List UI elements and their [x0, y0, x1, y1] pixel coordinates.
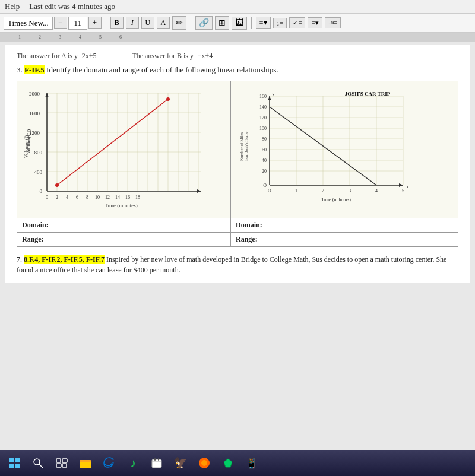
left-graph-svg: 0 400 800 1200 1600 2000 0 2 4 6 8 10 12… [23, 87, 213, 212]
indent-button[interactable]: ⇥≡ [325, 17, 341, 28]
svg-rect-91 [15, 458, 20, 462]
svg-rect-101 [80, 462, 91, 468]
svg-text:10: 10 [95, 195, 100, 200]
range-left-row: Range: [17, 233, 230, 246]
table-button[interactable]: ⊞ [215, 16, 229, 30]
svg-rect-92 [9, 464, 14, 468]
range-right-row: Range: [231, 233, 458, 246]
start-button[interactable] [4, 452, 25, 474]
image-button[interactable]: 🖼 [232, 17, 247, 30]
domain-left-label: Domain: [22, 221, 49, 229]
taskbar-edge-button[interactable] [99, 452, 120, 474]
svg-text:80: 80 [262, 137, 267, 142]
svg-text:O: O [268, 188, 271, 193]
toolbar-separator-3 [251, 17, 252, 29]
range-left-label: Range: [22, 235, 44, 243]
prev-answer-b: The answer for B is y=−x+4 [132, 52, 213, 60]
underline-button[interactable]: U [141, 17, 154, 29]
svg-rect-99 [62, 464, 66, 467]
bold-button[interactable]: B [110, 17, 124, 29]
svg-text:8: 8 [86, 195, 88, 200]
font-name-dropdown[interactable]: Times New... [4, 17, 53, 30]
dr-left-column: Domain: Range: [17, 218, 231, 246]
italic-button[interactable]: I [126, 17, 139, 29]
svg-text:18: 18 [135, 195, 140, 200]
svg-text:0: 0 [40, 188, 43, 194]
svg-rect-106 [158, 458, 159, 461]
highlight-button[interactable]: ✏ [172, 16, 186, 30]
ruler-marks: · · · · 1 · · · · · · · 2 · · · · · · · … [9, 34, 126, 40]
svg-text:1: 1 [295, 188, 297, 193]
svg-rect-90 [9, 458, 14, 462]
taskbar-explorer-button[interactable] [75, 452, 96, 474]
taskbar-phone-button[interactable]: 📱 [241, 452, 262, 474]
svg-marker-84 [399, 183, 403, 187]
svg-text:3: 3 [349, 188, 351, 193]
help-menu-item[interactable]: Help [5, 2, 20, 11]
question-3-number: 3. [17, 65, 23, 74]
svg-rect-98 [56, 464, 61, 467]
question-7-tag: 8.F.4, F-IF.2, F-IF.5, F-IF.7 [24, 255, 104, 264]
svg-rect-102 [80, 460, 84, 462]
svg-marker-85 [268, 96, 271, 100]
svg-point-94 [34, 459, 40, 465]
svg-text:O: O [263, 183, 267, 188]
range-right-label: Range: [236, 235, 258, 243]
svg-line-95 [39, 464, 43, 468]
dr-right-column: Domain: Range: [231, 218, 458, 246]
previous-answers: The answer for A is y=2x+5 The answer fo… [17, 52, 458, 61]
help-bar: Help Last edit was 4 minutes ago [0, 0, 475, 14]
svg-text:16: 16 [125, 195, 130, 200]
font-size-input[interactable]: 11 [68, 17, 87, 30]
taskbar-orange-button[interactable] [194, 452, 215, 474]
svg-text:0: 0 [46, 195, 48, 200]
svg-text:Volume (l): Volume (l) [23, 135, 29, 158]
document-area: Help Last edit was 4 minutes ago Times N… [0, 0, 475, 476]
ruler: · · · · 1 · · · · · · · 2 · · · · · · · … [0, 33, 475, 42]
taskbar-search-button[interactable] [27, 452, 49, 474]
svg-point-108 [201, 460, 207, 466]
svg-text:20: 20 [262, 169, 267, 174]
svg-text:JOSH'S CAR TRIP: JOSH'S CAR TRIP [345, 91, 391, 97]
font-color-button[interactable]: A [157, 17, 170, 29]
taskbar-gem-button[interactable] [217, 452, 239, 474]
svg-text:40: 40 [262, 158, 267, 163]
list-button[interactable]: ≡▾ [308, 17, 322, 28]
svg-text:Number of Miles: Number of Miles [239, 132, 244, 161]
svg-text:100: 100 [259, 126, 267, 131]
svg-text:2000: 2000 [29, 91, 40, 97]
question-7: 7. 8.F.4, F-IF.2, F-IF.5, F-IF.7 Inspire… [17, 254, 458, 275]
right-graph-container: JOSH'S CAR TRIP [231, 81, 458, 218]
svg-text:Time (minutes): Time (minutes) [104, 202, 137, 208]
svg-marker-109 [224, 459, 232, 467]
svg-text:4: 4 [375, 188, 378, 193]
domain-right-label: Domain: [236, 221, 262, 229]
align-button[interactable]: ≡▾ [256, 17, 271, 29]
taskbar-calendar-button[interactable] [146, 452, 167, 474]
domain-left-row: Domain: [17, 218, 230, 233]
svg-rect-105 [154, 458, 156, 461]
svg-rect-96 [56, 459, 61, 462]
lineheight-button[interactable]: ↕≡ [273, 18, 287, 28]
domain-right-row: Domain: [231, 218, 458, 233]
taskbar-eagle-button[interactable]: 🦅 [170, 452, 191, 474]
question-3-header: 3. F-IF.5 Identify the domain and range … [17, 65, 458, 75]
taskbar: ♪ 🦅 📱 [0, 450, 475, 476]
last-edit-status: Last edit was 4 minutes ago [29, 2, 115, 11]
checklist-button[interactable]: ✓≡ [289, 17, 305, 28]
toolbar-separator-1 [106, 17, 106, 29]
question-3-tag: F-IF.5 [24, 65, 45, 74]
font-controls: Times New... − 11 + [4, 17, 102, 30]
taskbar-taskview-button[interactable] [51, 452, 72, 474]
svg-text:2: 2 [322, 188, 324, 193]
svg-text:60: 60 [262, 147, 267, 153]
graphs-container: 0 400 800 1200 1600 2000 0 2 4 6 8 10 12… [17, 81, 458, 218]
svg-text:2: 2 [56, 195, 58, 200]
minus-button[interactable]: − [54, 17, 67, 29]
svg-text:120: 120 [259, 115, 267, 120]
plus-button[interactable]: + [88, 17, 102, 29]
svg-rect-93 [15, 464, 20, 468]
link-button[interactable]: 🔗 [195, 16, 213, 30]
taskbar-music-button[interactable]: ♪ [122, 452, 144, 474]
svg-marker-44 [45, 93, 49, 97]
